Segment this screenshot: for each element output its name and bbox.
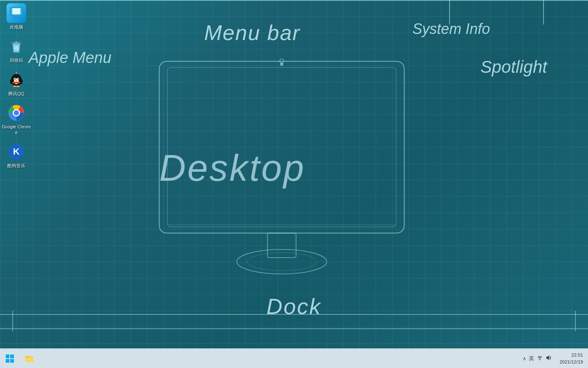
menubar-line xyxy=(0,0,588,1)
mac-illustration xyxy=(147,53,416,282)
svg-rect-13 xyxy=(12,43,21,44)
svg-point-33 xyxy=(16,72,17,73)
svg-point-25 xyxy=(18,79,18,79)
tray-speaker-icon[interactable] xyxy=(546,355,552,363)
svg-rect-41 xyxy=(6,359,9,363)
svg-point-45 xyxy=(539,359,540,360)
file-explorer-button[interactable] xyxy=(20,349,39,368)
svg-rect-40 xyxy=(10,355,14,358)
svg-rect-42 xyxy=(10,359,14,363)
svg-point-24 xyxy=(14,79,15,79)
kugou-music-label: 酷狗音乐 xyxy=(7,163,25,168)
svg-rect-14 xyxy=(15,41,18,43)
tray-network-icon[interactable] xyxy=(537,355,543,363)
svg-point-36 xyxy=(14,110,19,115)
svg-point-30 xyxy=(16,85,20,87)
start-button[interactable] xyxy=(0,349,20,368)
svg-rect-31 xyxy=(12,82,20,83)
dock-line-lower xyxy=(0,328,588,329)
svg-rect-0 xyxy=(159,61,404,233)
svg-text:♻: ♻ xyxy=(14,45,19,51)
qq-icon xyxy=(7,70,26,90)
svg-rect-10 xyxy=(12,8,20,14)
my-computer-label: 此电脑 xyxy=(10,24,23,30)
clock-date: 2021/12/19 xyxy=(559,359,583,365)
tick-top-right xyxy=(543,0,544,25)
tray-chevron-icon[interactable]: ∧ xyxy=(523,356,526,361)
svg-point-6 xyxy=(247,253,316,271)
desktop-icon-google-chrome[interactable]: Google Chrome xyxy=(0,100,33,139)
recycle-bin-icon: ♻ xyxy=(7,36,26,56)
desktop-icons: 此电脑 ♻ 回收站 xyxy=(0,0,33,172)
tick-top-left xyxy=(449,0,450,25)
my-computer-icon xyxy=(7,3,26,23)
svg-rect-39 xyxy=(6,355,9,358)
tray-language[interactable]: 英 xyxy=(529,355,534,362)
taskbar: ∧ 英 22:51 2021/12/19 xyxy=(0,348,588,368)
desktop-icon-recycle-bin[interactable]: ♻ 回收站 xyxy=(0,33,33,66)
svg-rect-4 xyxy=(267,233,296,258)
tick-bottom-right xyxy=(575,311,576,331)
dock-line-upper xyxy=(0,314,588,315)
desktop-icon-tencent-qq[interactable]: 腾讯QQ xyxy=(0,67,33,100)
clock-time: 22:51 xyxy=(571,352,583,358)
desktop-icon-my-computer[interactable]: 此电脑 xyxy=(0,0,33,33)
svg-rect-1 xyxy=(167,67,396,227)
folder-icon xyxy=(24,355,34,363)
kugou-icon: K xyxy=(7,142,26,162)
system-tray: ∧ 英 22:51 2021/12/19 xyxy=(518,349,588,368)
chrome-icon xyxy=(7,103,26,123)
tick-bottom-left xyxy=(12,311,13,331)
svg-text:K: K xyxy=(13,146,20,157)
svg-point-26 xyxy=(16,80,18,81)
desktop-icon-kugou-music[interactable]: K 酷狗音乐 xyxy=(0,139,33,172)
svg-point-29 xyxy=(13,85,16,87)
recycle-bin-label: 回收站 xyxy=(10,57,23,63)
tencent-qq-label: 腾讯QQ xyxy=(8,91,24,96)
google-chrome-label: Google Chrome xyxy=(2,124,31,136)
windows-logo-icon xyxy=(5,354,14,363)
svg-point-5 xyxy=(237,249,327,274)
system-clock[interactable]: 22:51 2021/12/19 xyxy=(555,352,583,365)
svg-rect-12 xyxy=(13,17,20,18)
